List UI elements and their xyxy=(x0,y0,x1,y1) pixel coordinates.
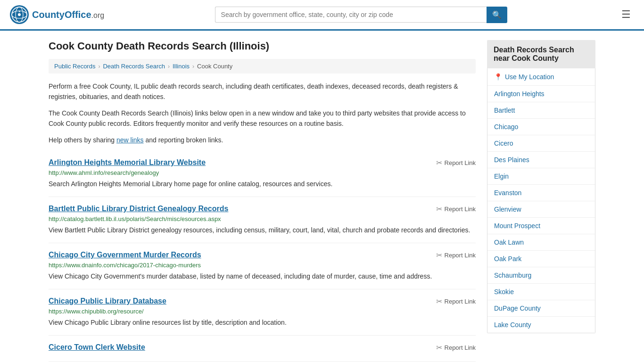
report-label: Report Link xyxy=(445,206,476,213)
breadcrumb-sep-2: › xyxy=(168,63,170,70)
result-url[interactable]: http://catalog.bartlett.lib.il.us/polari… xyxy=(49,215,476,222)
breadcrumb-cook-county: Cook County xyxy=(197,63,232,70)
search-icon: 🔍 xyxy=(492,11,502,19)
search-area: 🔍 xyxy=(215,7,507,23)
result-title[interactable]: Chicago City Government Murder Records xyxy=(49,251,201,259)
result-title[interactable]: Arlington Heights Memorial Library Websi… xyxy=(49,158,206,167)
report-icon: ✂ xyxy=(436,297,442,306)
result-item: Chicago City Government Murder Records ✂… xyxy=(49,243,476,289)
desc-3-post: and reporting broken links. xyxy=(144,136,223,144)
use-location-label: Use My Location xyxy=(505,73,554,81)
main-container: Cook County Death Records Search (Illino… xyxy=(39,31,605,362)
search-button[interactable]: 🔍 xyxy=(487,7,507,23)
desc-para-1: Perform a free Cook County, IL public de… xyxy=(49,81,476,102)
page-title: Cook County Death Records Search (Illino… xyxy=(49,40,476,52)
new-links-link[interactable]: new links xyxy=(116,136,144,144)
result-url[interactable]: https://www.chipublib.org/resource/ xyxy=(49,308,476,315)
result-url[interactable]: http://www.ahml.info/research/genealogy xyxy=(49,169,476,176)
result-desc: View Chicago Public Library online resou… xyxy=(49,318,476,328)
sidebar: Death Records Search near Cook County 📍 … xyxy=(487,40,595,362)
result-header: Bartlett Public Library District Genealo… xyxy=(49,205,476,214)
report-icon: ✂ xyxy=(436,158,442,167)
sidebar-item-chicago[interactable]: Chicago xyxy=(487,119,595,135)
result-header: Arlington Heights Memorial Library Websi… xyxy=(49,158,476,167)
sidebar-item-bartlett[interactable]: Bartlett xyxy=(487,102,595,119)
report-link[interactable]: ✂ Report Link xyxy=(436,297,476,306)
breadcrumb-illinois[interactable]: Illinois xyxy=(173,63,190,70)
sidebar-item-elgin[interactable]: Elgin xyxy=(487,168,595,185)
sidebar-item-cicero[interactable]: Cicero xyxy=(487,135,595,152)
sidebar-item-arlington-heights[interactable]: Arlington Heights xyxy=(487,86,595,102)
result-item: Arlington Heights Memorial Library Websi… xyxy=(49,151,476,197)
results-list: Arlington Heights Memorial Library Websi… xyxy=(49,151,476,362)
sidebar-item-mount-prospect[interactable]: Mount Prospect xyxy=(487,218,595,234)
report-icon: ✂ xyxy=(436,205,442,214)
sidebar-item-glenview[interactable]: Glenview xyxy=(487,201,595,218)
search-input[interactable] xyxy=(215,7,487,23)
result-item: Chicago Public Library Database ✂ Report… xyxy=(49,289,476,336)
report-label: Report Link xyxy=(445,159,476,166)
header-right: ☰ xyxy=(618,7,635,23)
logo[interactable]: ★ CountyOffice.org xyxy=(9,5,104,25)
report-label: Report Link xyxy=(445,298,476,305)
breadcrumb-death-records[interactable]: Death Records Search xyxy=(103,63,165,70)
location-pin-icon: 📍 xyxy=(494,73,502,81)
result-desc: Search Arlington Heights Memorial Librar… xyxy=(49,179,476,189)
desc-para-2: The Cook County Death Records Search (Il… xyxy=(49,108,476,129)
report-icon: ✂ xyxy=(436,343,442,352)
result-title[interactable]: Bartlett Public Library District Genealo… xyxy=(49,205,228,213)
use-location-link[interactable]: 📍 Use My Location xyxy=(487,68,595,86)
sidebar-item-lake-county[interactable]: Lake County xyxy=(487,317,595,333)
sidebar-item-dupage-county[interactable]: DuPage County xyxy=(487,300,595,317)
breadcrumb: Public Records › Death Records Search › … xyxy=(49,59,476,74)
result-header: Chicago City Government Murder Records ✂… xyxy=(49,251,476,260)
sidebar-item-schaumburg[interactable]: Schaumburg xyxy=(487,267,595,284)
sidebar-item-oak-park[interactable]: Oak Park xyxy=(487,251,595,267)
content: Cook County Death Records Search (Illino… xyxy=(49,40,476,362)
breadcrumb-public-records[interactable]: Public Records xyxy=(54,63,95,70)
result-url[interactable]: https://www.dnainfo.com/chicago/2017-chi… xyxy=(49,262,476,269)
svg-point-5 xyxy=(18,13,21,16)
report-link[interactable]: ✂ Report Link xyxy=(436,205,476,214)
sidebar-item-evanston[interactable]: Evanston xyxy=(487,185,595,201)
report-link[interactable]: ✂ Report Link xyxy=(436,158,476,167)
result-desc: View Bartlett Public Library District ge… xyxy=(49,225,476,235)
hamburger-icon: ☰ xyxy=(621,8,631,20)
result-header: Cicero Town Clerk Website ✂ Report Link xyxy=(49,343,476,352)
logo-icon: ★ xyxy=(9,5,29,25)
result-item: Cicero Town Clerk Website ✂ Report Link xyxy=(49,336,476,362)
result-desc: View Chicago City Government's murder da… xyxy=(49,272,476,281)
header: ★ CountyOffice.org 🔍 ☰ xyxy=(0,0,644,31)
sidebar-item-des-plaines[interactable]: Des Plaines xyxy=(487,152,595,168)
sidebar-item-skokie[interactable]: Skokie xyxy=(487,284,595,300)
logo-text: CountyOffice.org xyxy=(32,9,104,20)
result-item: Bartlett Public Library District Genealo… xyxy=(49,197,476,243)
sidebar-title: Death Records Search near Cook County xyxy=(487,40,595,68)
result-title[interactable]: Chicago Public Library Database xyxy=(49,297,166,305)
report-icon: ✂ xyxy=(436,251,442,260)
report-link[interactable]: ✂ Report Link xyxy=(436,343,476,352)
sidebar-list: 📍 Use My Location Arlington Heights Bart… xyxy=(487,68,595,333)
breadcrumb-sep-3: › xyxy=(192,63,194,70)
desc-para-3: Help others by sharing new links and rep… xyxy=(49,135,476,145)
breadcrumb-sep-1: › xyxy=(98,63,100,70)
menu-button[interactable]: ☰ xyxy=(618,7,635,23)
sidebar-item-oak-lawn[interactable]: Oak Lawn xyxy=(487,234,595,251)
result-title[interactable]: Cicero Town Clerk Website xyxy=(49,343,145,352)
report-link[interactable]: ✂ Report Link xyxy=(436,251,476,260)
result-header: Chicago Public Library Database ✂ Report… xyxy=(49,297,476,306)
desc-3-pre: Help others by sharing xyxy=(49,136,116,144)
report-label: Report Link xyxy=(445,252,476,259)
report-label: Report Link xyxy=(445,344,476,351)
